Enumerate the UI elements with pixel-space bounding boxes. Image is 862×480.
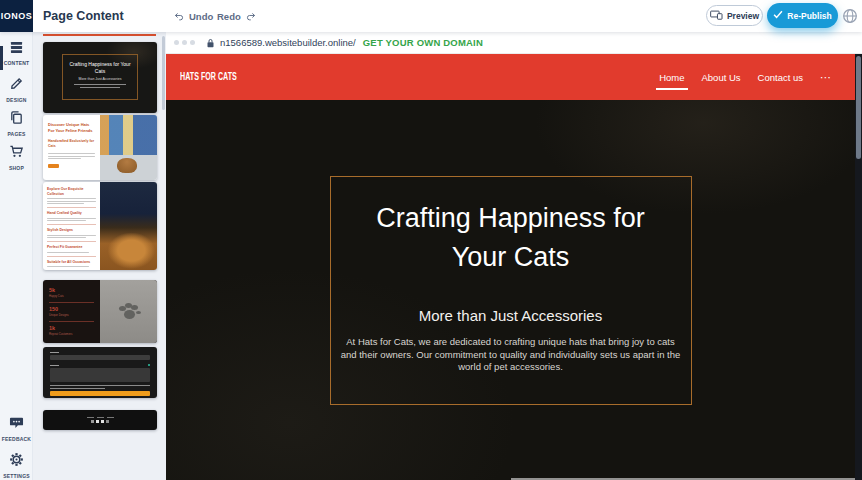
preview-scrollbar-thumb[interactable] bbox=[856, 56, 861, 159]
site-logo[interactable]: HATS FOR CATS bbox=[180, 70, 237, 82]
thumb-intro-subheading: Handcrafted Exclusively for Cats bbox=[48, 139, 95, 148]
sidebar-item-label: FEEDBACK bbox=[2, 436, 31, 442]
nav-item-about[interactable]: About Us bbox=[702, 72, 741, 83]
design-icon bbox=[9, 76, 24, 95]
site-header[interactable]: HATS FOR CATS Home About Us Contact us ⋯ bbox=[166, 54, 855, 100]
site-preview-canvas: n1566589.websitebuilder.online/ GET YOUR… bbox=[166, 32, 862, 480]
divider bbox=[47, 241, 96, 242]
hero-section[interactable]: Crafting Happiness for Your Cats More th… bbox=[166, 100, 855, 480]
divider bbox=[47, 256, 96, 257]
hero-title: Crafting Happiness for Your Cats bbox=[331, 199, 691, 277]
thumb-feature-heading: Suitable for All Occasions bbox=[47, 260, 96, 265]
divider bbox=[49, 302, 94, 303]
nav-more-icon[interactable]: ⋯ bbox=[820, 71, 831, 84]
republish-button[interactable]: Re-Publish bbox=[767, 3, 838, 28]
sidebar-item-design[interactable]: DESIGN bbox=[0, 76, 33, 103]
form-input-placeholder bbox=[50, 355, 150, 360]
thumb-feature-heading: Explore Our Exquisite Collection bbox=[47, 187, 96, 196]
form-label-placeholder bbox=[50, 365, 59, 366]
form-status-dot bbox=[148, 364, 150, 366]
stat-value: 5k bbox=[49, 287, 94, 293]
divider bbox=[49, 321, 94, 322]
panel-title-underline bbox=[43, 34, 156, 36]
text-placeholder bbox=[50, 388, 105, 389]
site-url[interactable]: n1566589.websitebuilder.online/ bbox=[220, 37, 356, 48]
thumb-intro-button bbox=[48, 164, 59, 168]
hero-title-line1: Crafting Happiness for bbox=[331, 199, 691, 238]
panel-scrollbar[interactable] bbox=[162, 36, 165, 110]
stat-value: 1k bbox=[49, 325, 94, 331]
thumb-features-text: Explore Our Exquisite Collection Hand Cr… bbox=[43, 182, 100, 270]
thumb-intro-heading: Discover Unique Hats For Your Feline Fri… bbox=[48, 122, 95, 133]
section-thumbnail-intro[interactable]: Discover Unique Hats For Your Feline Fri… bbox=[43, 115, 157, 180]
window-control-dots bbox=[174, 40, 195, 45]
ionos-logo[interactable]: IONOS bbox=[0, 0, 33, 32]
thumb-feature-heading: Stylish Designs bbox=[47, 228, 96, 233]
hero-subtitle: More than Just Accessories bbox=[331, 307, 691, 324]
feedback-bubble-icon bbox=[9, 416, 24, 434]
stat-label: Unique Designs bbox=[49, 313, 94, 317]
sidebar-item-label: SETTINGS bbox=[3, 473, 30, 479]
browser-chrome-bar: n1566589.websitebuilder.online/ GET YOUR… bbox=[166, 32, 862, 54]
preview-label: Preview bbox=[727, 11, 759, 21]
thumb-hero-border-box: Crafting Happiness for Your Cats More th… bbox=[62, 54, 138, 100]
form-submit-placeholder bbox=[50, 391, 150, 396]
sidebar-item-label: PAGES bbox=[7, 131, 25, 137]
sidebar-item-label: CONTENT bbox=[4, 60, 30, 66]
hero-title-line2: Your Cats bbox=[331, 238, 691, 277]
stat-value: 150 bbox=[49, 306, 94, 312]
site-nav: Home About Us Contact us ⋯ bbox=[659, 54, 831, 100]
cat-photo-shape bbox=[117, 158, 137, 173]
stat-label: Happy Cats bbox=[49, 294, 94, 298]
section-thumbnail-footer[interactable] bbox=[43, 410, 157, 430]
content-icon bbox=[9, 40, 24, 58]
preview-scrollbar-track[interactable] bbox=[855, 54, 862, 480]
section-thumbnail-features[interactable]: Explore Our Exquisite Collection Hand Cr… bbox=[43, 182, 157, 270]
preview-button[interactable]: Preview bbox=[706, 5, 763, 26]
form-textarea-placeholder bbox=[50, 368, 150, 382]
thumb-stats-text: 5k Happy Cats 150 Unique Designs 1k Repe… bbox=[43, 280, 100, 343]
text-placeholder bbox=[80, 87, 120, 88]
redo-button[interactable]: Redo bbox=[217, 0, 257, 32]
get-domain-link[interactable]: GET YOUR OWN DOMAIN bbox=[363, 37, 483, 48]
divider bbox=[47, 224, 96, 225]
thumb-intro-text: Discover Unique Hats For Your Feline Fri… bbox=[43, 115, 100, 180]
sidebar-item-settings[interactable]: SETTINGS bbox=[0, 452, 33, 479]
section-thumbnail-hero[interactable]: Crafting Happiness for Your Cats More th… bbox=[43, 42, 157, 113]
main-sidebar: CONTENT DESIGN PAGES SHOP FEEDBACK bbox=[0, 32, 33, 480]
sidebar-item-shop[interactable]: SHOP bbox=[0, 144, 33, 171]
thumb-hero-subtitle: More than Just Accessories bbox=[63, 77, 137, 81]
app-window: IONOS Page Content Undo Redo Preview Re-… bbox=[0, 0, 862, 480]
section-thumbnail-stats[interactable]: 5k Happy Cats 150 Unique Designs 1k Repe… bbox=[43, 280, 157, 343]
sidebar-item-content[interactable]: CONTENT bbox=[0, 40, 33, 66]
nav-item-contact[interactable]: Contact us bbox=[758, 72, 803, 83]
undo-icon bbox=[173, 11, 185, 22]
text-placeholder-block bbox=[48, 153, 95, 159]
active-indicator bbox=[0, 46, 3, 70]
shop-cart-icon bbox=[9, 144, 24, 163]
sidebar-item-feedback[interactable]: FEEDBACK bbox=[0, 416, 33, 442]
footer-social-icons bbox=[91, 420, 109, 423]
globe-icon[interactable] bbox=[842, 8, 858, 24]
hero-border-box[interactable]: Crafting Happiness for Your Cats More th… bbox=[330, 176, 692, 405]
text-placeholder bbox=[74, 84, 126, 85]
lock-icon bbox=[206, 38, 215, 48]
sidebar-item-pages[interactable]: PAGES bbox=[0, 110, 33, 137]
undo-button[interactable]: Undo bbox=[173, 0, 213, 32]
check-icon bbox=[773, 10, 783, 21]
sidebar-item-label: DESIGN bbox=[6, 97, 26, 103]
panel-title: Page Content bbox=[43, 0, 124, 32]
nav-item-home[interactable]: Home bbox=[659, 72, 684, 83]
section-thumbnail-contact-form[interactable] bbox=[43, 347, 157, 398]
undo-label: Undo bbox=[189, 11, 213, 22]
paw-print-shape bbox=[124, 310, 135, 319]
sidebar-item-label: SHOP bbox=[9, 165, 24, 171]
stat-label: Repeat Customers bbox=[49, 332, 94, 336]
settings-gear-icon bbox=[9, 452, 24, 471]
thumb-stats-photo bbox=[100, 280, 157, 343]
site-viewport: HATS FOR CATS Home About Us Contact us ⋯… bbox=[166, 54, 855, 480]
divider bbox=[47, 207, 96, 208]
hero-body-text: At Hats for Cats, we are dedicated to cr… bbox=[341, 336, 681, 374]
republish-label: Re-Publish bbox=[787, 11, 831, 21]
text-placeholder bbox=[50, 385, 150, 386]
